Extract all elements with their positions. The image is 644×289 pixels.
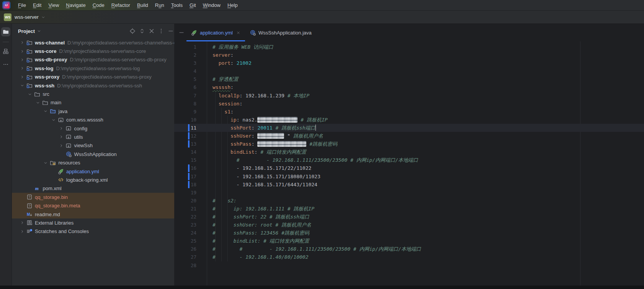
editor-gutter[interactable]: 1	[174, 43, 212, 51]
editor-gutter[interactable]: 16	[174, 164, 212, 172]
code-line[interactable]: 6wssssh:	[174, 83, 644, 91]
tree-item-com-wss-wssssh[interactable]: com.wss.wssssh	[12, 116, 174, 124]
editor-gutter[interactable]: 23	[174, 221, 212, 229]
tree-item-application-yml[interactable]: application.yml	[12, 167, 174, 176]
editor-gutter[interactable]: 21	[174, 205, 212, 213]
editor-gutter[interactable]: 28	[174, 261, 212, 269]
project-badge[interactable]: WS	[4, 13, 11, 21]
code-line[interactable]: 26# # - 192.168.1.111/23500/23500 # 内网ip…	[174, 245, 644, 253]
editor-gutter[interactable]: 24	[174, 229, 212, 237]
code-line[interactable]: 27# - 192.168.1.40/80/10002	[174, 253, 644, 261]
chevron-down-icon[interactable]	[34, 100, 41, 105]
menu-item-window[interactable]: Window	[199, 1, 224, 9]
editor-gutter[interactable]: 11	[174, 124, 212, 132]
code-line[interactable]: 11 sshPort: 20011 # 跳板机ssh端口	[174, 124, 644, 132]
editor-gutter[interactable]: 25	[174, 237, 212, 245]
chevron-down-icon[interactable]	[37, 29, 41, 33]
chevron-down-icon[interactable]	[26, 92, 34, 97]
code-line[interactable]: 19	[174, 189, 644, 197]
code-line[interactable]: 10 ip: nas2. # 跳板机IP	[174, 116, 644, 124]
code-line[interactable]: 21# ip: 192.168.1.111 # 跳板机IP	[174, 205, 644, 213]
modules-icon[interactable]	[1, 47, 10, 56]
project-folder-icon[interactable]	[1, 27, 10, 36]
menu-item-code[interactable]: Code	[89, 1, 108, 9]
editor-gutter[interactable]: 18	[174, 181, 212, 189]
editor-gutter[interactable]: 4	[174, 67, 212, 75]
tree-item-main[interactable]: main	[12, 99, 174, 107]
tree-item-java[interactable]: java	[12, 107, 174, 115]
editor-gutter[interactable]: 8	[174, 100, 212, 108]
code-line[interactable]: 3 port: 21002	[174, 59, 644, 67]
editor-gutter[interactable]: 6	[174, 83, 212, 91]
vcs-change-marker[interactable]	[188, 164, 190, 172]
menu-item-git[interactable]: Git	[186, 1, 199, 9]
tree-item-external-libraries[interactable]: External Libraries	[12, 218, 174, 227]
code-line[interactable]: 15 # - 192.168.1.111/23500/23500 # 内网ip/…	[174, 156, 644, 164]
editor-gutter[interactable]: 17	[174, 172, 212, 181]
menu-item-run[interactable]: Run	[152, 1, 168, 9]
editor-gutter[interactable]: 3	[174, 59, 212, 67]
chevron-down-icon[interactable]	[18, 83, 26, 88]
editor-gutter[interactable]: 19	[174, 189, 212, 197]
code-line[interactable]: 12 sshUser: " 跳板机用户名	[174, 132, 644, 140]
code-line[interactable]: 20# s2:	[174, 197, 644, 205]
chevron-right-icon[interactable]	[18, 40, 26, 45]
chevron-right-icon[interactable]	[58, 143, 65, 148]
code-line[interactable]: 2server:	[174, 51, 644, 59]
tree-item-wss-proxy[interactable]: wss-proxyD:\my\project\idea\wss-server\w…	[12, 73, 174, 81]
tree-item-wss-log[interactable]: wss-logD:\my\project\idea\wss-server\wss…	[12, 64, 174, 72]
vcs-change-marker[interactable]	[188, 173, 190, 180]
code-editor[interactable]: 1# 应用服务 WEB 访问端口2server:3 port: 2100245#…	[174, 41, 644, 286]
menu-item-refactor[interactable]: Refactor	[108, 1, 134, 9]
tree-item-utils[interactable]: utils	[12, 133, 174, 141]
editor-gutter[interactable]: 22	[174, 213, 212, 221]
tree-item-wss-db-proxy[interactable]: wss-db-proxyD:\my\project\idea\wss-serve…	[12, 56, 174, 64]
tree-item-viewssh[interactable]: viewSsh	[12, 141, 174, 150]
code-line[interactable]: 13 sshPass: #跳板机密码	[174, 140, 644, 148]
code-line[interactable]: 8 session:	[174, 100, 644, 108]
vcs-change-marker[interactable]	[188, 181, 190, 188]
expand-updown-icon[interactable]	[139, 28, 145, 34]
tree-item-wss-ssh[interactable]: wss-sshD:\my\project\idea\wss-server\wss…	[12, 81, 174, 90]
chevron-right-icon[interactable]	[18, 220, 26, 225]
chevron-right-icon[interactable]	[18, 57, 26, 62]
code-line[interactable]: 4	[174, 67, 644, 75]
code-line[interactable]: 9 s1:	[174, 108, 644, 116]
tree-item-wss-core[interactable]: wss-coreD:\my\project\idea\wss-server\ws…	[12, 47, 174, 55]
more-icon[interactable]	[1, 60, 10, 69]
tree-item-readme-md[interactable]: Mreadme.md	[12, 210, 174, 218]
editor-gutter[interactable]: 7	[174, 92, 212, 100]
code-line[interactable]: 17 - 192.168.15.171/18080/11023	[174, 172, 644, 181]
target-icon[interactable]	[129, 28, 136, 34]
chevron-down-icon[interactable]	[50, 118, 57, 122]
chevron-down-icon[interactable]	[41, 15, 46, 20]
menu-item-file[interactable]: File	[15, 1, 29, 9]
chevron-right-icon[interactable]	[18, 75, 26, 79]
chevron-right-icon[interactable]	[18, 229, 26, 234]
menu-item-navigate[interactable]: Navigate	[62, 1, 89, 9]
code-line[interactable]: 23# sshUser: root # 跳板机用户名	[174, 221, 644, 229]
tree-item-wss-channel[interactable]: wss-channelD:\my\project\idea\wss-server…	[12, 38, 174, 47]
panel-title[interactable]: Project	[18, 28, 35, 34]
chevron-right-icon[interactable]	[58, 135, 65, 139]
chevron-right-icon[interactable]	[18, 66, 26, 71]
tab-application-yml[interactable]: application.yml	[186, 24, 245, 41]
code-line[interactable]: 18 - 192.168.15.171/6443/11024	[174, 181, 644, 189]
tree-item-qq-storage-bin-meta[interactable]: ?qq_storage.bin.meta	[12, 201, 174, 210]
chevron-right-icon[interactable]	[18, 49, 26, 54]
tree-item-logback-spring-xml[interactable]: logback-spring.xml	[12, 176, 174, 184]
chevron-right-icon[interactable]	[58, 126, 65, 131]
editor-gutter[interactable]: 27	[174, 253, 212, 261]
tree-item-resources[interactable]: resources	[12, 158, 174, 167]
code-line[interactable]: 22# sshPort: 22 # 跳板机ssh端口	[174, 213, 644, 221]
collapse-all-icon[interactable]	[148, 28, 155, 34]
close-icon[interactable]	[236, 31, 240, 35]
editor-gutter[interactable]: 9	[174, 108, 212, 116]
editor-gutter[interactable]: 10	[174, 116, 212, 124]
chevron-down-icon[interactable]	[42, 161, 49, 165]
project-name[interactable]: wss-server	[15, 14, 39, 20]
hide-panel-icon[interactable]	[167, 28, 174, 34]
menu-item-view[interactable]: View	[45, 1, 62, 9]
code-line[interactable]: 25# bindList: # 端口转发内网配置	[174, 237, 644, 245]
editor-gutter[interactable]: 26	[174, 245, 212, 253]
